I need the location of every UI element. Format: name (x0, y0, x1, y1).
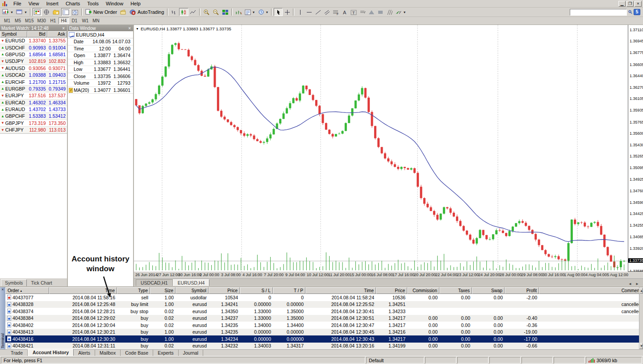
favorites-button[interactable] (51, 8, 61, 16)
timeframe-button[interactable]: M15 (23, 17, 35, 24)
terminal-column-header[interactable]: Taxes (439, 287, 472, 294)
shape-rect-tool[interactable] (376, 8, 385, 16)
label-tool[interactable]: T (349, 8, 358, 16)
market-watch-tab[interactable]: Tick Chart (27, 279, 56, 286)
market-watch-row[interactable]: USDCHF 0.90993 0.91004 (0, 44, 67, 51)
line-chart-button[interactable] (188, 8, 198, 16)
market-watch-row[interactable]: AUDUSD 0.93056 0.93071 (0, 65, 67, 72)
terminal-tab[interactable]: Trade (6, 350, 28, 356)
market-watch-row[interactable]: EURCHF 1.21700 1.21715 (0, 79, 67, 85)
terminal-column-header[interactable]: Symbol (175, 287, 209, 294)
tile-windows-button[interactable] (221, 8, 230, 16)
terminal-tab[interactable]: Mailbox (95, 350, 121, 356)
scroll-up-icon[interactable]: ▲ (639, 288, 643, 294)
terminal-column-header[interactable]: Time (49, 287, 117, 294)
market-watch-row[interactable]: GBPJPY 173.319 173.350 (0, 120, 67, 127)
timeframe-button[interactable]: M1 (2, 17, 13, 24)
cycle-lines-tool[interactable] (385, 8, 394, 16)
terminal-column-header[interactable]: Comment (539, 287, 643, 294)
terminal-tab[interactable]: Account History (28, 349, 74, 356)
terminal-tab[interactable]: Alerts (74, 350, 95, 356)
text-tool[interactable]: A (340, 8, 349, 16)
bar-chart-button[interactable] (170, 8, 179, 16)
terminal-column-header[interactable]: T / P (273, 287, 305, 294)
market-watch-row[interactable]: USDJPY 102.819 102.832 (0, 58, 67, 65)
chevron-down-icon[interactable]: ▼ (136, 27, 139, 30)
menu-item[interactable]: Charts (62, 0, 84, 7)
search-input[interactable] (570, 9, 627, 16)
terminal-column-header[interactable]: Swap (472, 287, 505, 294)
tab-scroll-arrows[interactable]: ◄ ► (628, 282, 643, 286)
terminal-column-header[interactable]: Size (150, 287, 175, 294)
order-row[interactable]: 40437077 2014.08.04 11:58:16 sell 1.00 u… (5, 294, 643, 301)
market-watch-row[interactable]: EURGBP 0.79335 0.79349 (0, 86, 67, 92)
profiles-button[interactable]: ▼ (15, 8, 29, 16)
indicators-button[interactable] (234, 8, 243, 16)
timeframe-button[interactable]: H4 (58, 17, 69, 24)
terminal-column-header[interactable]: S / L (240, 287, 273, 294)
timeframe-button[interactable]: H1 (48, 17, 58, 24)
menu-item[interactable]: Window (102, 0, 127, 7)
market-watch-row[interactable]: CHFJPY 112.980 113.013 (0, 127, 67, 133)
arrows-tool[interactable] (358, 8, 367, 16)
menu-item[interactable]: File (10, 0, 25, 7)
timeframe-button[interactable]: M30 (35, 17, 47, 24)
templates-button[interactable]: ▼ (257, 8, 270, 16)
more-tools-button[interactable]: ▼ (394, 8, 407, 16)
market-watch-tab[interactable]: Symbols (1, 279, 27, 286)
menu-item[interactable]: View (25, 0, 43, 7)
periods-button[interactable]: ▼ (243, 8, 257, 16)
close-button[interactable]: × (635, 1, 642, 7)
history-center-button[interactable] (71, 8, 80, 16)
market-watch-toggle[interactable] (33, 8, 42, 16)
market-watch-row[interactable]: GBPCHF 1.53383 1.53412 (0, 113, 67, 120)
order-row[interactable]: 40438328 2014.08.04 12:25:48 buy limit 1… (5, 301, 643, 308)
menu-item[interactable]: Insert (42, 0, 62, 7)
order-row[interactable]: 40438416 2014.08.04 12:30:30 buy 1.00 eu… (5, 335, 643, 343)
terminal-column-header[interactable]: Time (305, 287, 376, 294)
timeframe-button[interactable]: M5 (13, 17, 23, 24)
terminal-scrollbar[interactable]: ▲ ▼ (639, 287, 643, 349)
terminal-column-header[interactable]: Order ▴ (5, 287, 49, 294)
search-icon[interactable]: 🔍︎ (628, 9, 633, 15)
cursor-tool[interactable] (274, 8, 283, 16)
menu-item[interactable]: Tools (84, 0, 102, 7)
terminal-column-header[interactable]: Type (117, 287, 150, 294)
crosshair-tool[interactable] (283, 8, 292, 16)
channel-tool[interactable] (322, 8, 331, 16)
minimize-button[interactable]: ▁ (618, 1, 626, 7)
order-row[interactable]: 40438402 2014.08.04 12:30:04 buy 0.02 eu… (5, 322, 643, 329)
order-row[interactable]: 40438374 2014.08.04 12:28:21 buy stop 0.… (5, 308, 643, 315)
market-watch-row[interactable]: USDCAD 1.09388 1.09403 (0, 72, 67, 79)
column-header-ask[interactable]: Ask (47, 31, 67, 37)
zoom-out-button[interactable] (211, 8, 221, 16)
status-profile[interactable]: Default (366, 357, 424, 364)
terminal-column-header[interactable]: Price (376, 287, 407, 294)
order-row[interactable]: 40438421 2014.08.04 12:31:11 buy 0.02 eu… (5, 343, 643, 350)
autotrading-button[interactable]: AutoTrading (128, 8, 166, 16)
market-watch-row[interactable]: EURUSD 1.33740 1.33755 (0, 37, 67, 44)
mql-wallet-button[interactable] (118, 8, 128, 16)
shape-triangle-tool[interactable] (367, 8, 376, 16)
navigator-toggle[interactable] (42, 8, 51, 16)
terminal-column-header[interactable]: Price (209, 287, 240, 294)
terminal-column-header[interactable]: Commission (407, 287, 439, 294)
close-icon[interactable]: × (127, 26, 132, 31)
data-window-toggle[interactable] (61, 8, 71, 16)
restore-button[interactable]: ❐ (626, 1, 634, 7)
candlestick-button[interactable] (179, 8, 188, 16)
timeframe-button[interactable]: W1 (80, 17, 91, 24)
terminal-tab[interactable]: Experts (153, 350, 179, 356)
trendline-tool[interactable] (313, 8, 322, 16)
scroll-down-icon[interactable]: ▼ (639, 343, 643, 349)
column-header-symbol[interactable]: Symbol (0, 31, 27, 37)
chart-tab[interactable]: EURUSD,H4 (173, 279, 210, 286)
market-watch-row[interactable]: EURJPY 137.516 137.537 (0, 92, 67, 99)
new-chart-button[interactable]: ▼ (1, 8, 15, 16)
vline-tool[interactable] (296, 8, 305, 16)
timeframe-button[interactable]: MN (91, 17, 101, 24)
time-axis[interactable]: 26 Jun 201427 Jun 12:0030 Jun 16:002 Jul… (134, 272, 643, 278)
market-watch-row[interactable]: EURAUD 1.43702 1.43733 (0, 106, 67, 113)
chart-tab[interactable]: USDCAD,H1 (136, 279, 173, 286)
mql5-community-icon[interactable]: 5 (634, 9, 640, 15)
